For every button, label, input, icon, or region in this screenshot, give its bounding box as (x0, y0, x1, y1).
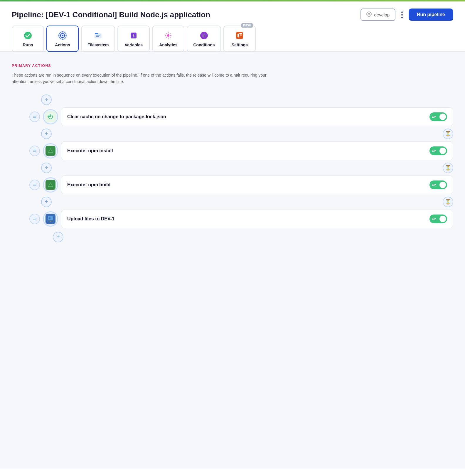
between-row-2: + ⏳ (29, 163, 453, 173)
svg-rect-32 (238, 33, 239, 38)
drag-handle-1[interactable] (29, 112, 40, 122)
timer-button-2[interactable]: ⏳ (443, 163, 453, 173)
tab-analytics[interactable]: Analytics (152, 26, 184, 52)
svg-point-1 (368, 13, 370, 15)
tab-settings[interactable]: PUSH Settings (223, 26, 256, 52)
svg-line-27 (166, 37, 167, 38)
add-action-button-0[interactable]: + (41, 94, 52, 105)
svg-text:IF: IF (203, 34, 205, 38)
svg-rect-30 (236, 32, 243, 39)
tabs-container: Runs Actions Filesystem $ Variables Anal… (0, 26, 465, 52)
tabs: Runs Actions Filesystem $ Variables Anal… (12, 26, 453, 51)
header: Pipeline: [DEV-1 Conditional] Build Node… (0, 1, 465, 26)
svg-rect-59 (49, 217, 50, 219)
tab-actions[interactable]: Actions (46, 26, 79, 52)
svg-text:$: $ (133, 34, 135, 38)
develop-button[interactable]: develop (360, 9, 395, 21)
header-actions: develop Run pipeline (360, 9, 453, 21)
action-row-2: Execute: npm install On (29, 141, 453, 160)
timer-button-1[interactable]: ⏳ (443, 129, 453, 139)
section-desc: These actions are run in sequence on eve… (12, 72, 276, 85)
svg-point-19 (167, 34, 169, 37)
drag-handle-4[interactable] (29, 214, 40, 224)
develop-label: develop (374, 12, 390, 17)
more-dot-1 (401, 11, 403, 13)
drag-handle-3[interactable] (29, 180, 40, 190)
pipeline-prefix: Pipeline: (12, 10, 43, 19)
filesystem-icon (93, 30, 103, 41)
tab-runs[interactable]: Runs (12, 26, 44, 52)
tab-settings-label: Settings (232, 43, 248, 47)
variables-icon: $ (128, 30, 139, 41)
tab-actions-label: Actions (55, 43, 70, 47)
drag-handle-2[interactable] (29, 146, 40, 156)
toggle-4[interactable]: On (429, 215, 447, 223)
tab-filesystem-label: Filesystem (87, 43, 109, 47)
svg-rect-34 (239, 33, 242, 34)
conditions-icon: IF (199, 30, 209, 41)
run-pipeline-button[interactable]: Run pipeline (409, 9, 453, 21)
main-content: PRIMARY ACTIONS These actions are run in… (0, 52, 465, 469)
action-row-4: Upload files to DEV-1 On (29, 210, 453, 228)
more-dot-2 (401, 14, 403, 16)
action-icon-3 (43, 177, 58, 193)
action-icon-1 (43, 109, 58, 124)
actions-list: + Clear cache on change to package-lock.… (12, 93, 453, 244)
section-title: PRIMARY ACTIONS (12, 64, 453, 68)
pipeline-title-text: Pipeline: [DEV-1 Conditional] Build Node… (12, 10, 210, 19)
toggle-3[interactable]: On (429, 180, 447, 189)
svg-point-40 (50, 116, 51, 117)
tab-runs-label: Runs (23, 43, 33, 47)
add-action-button-3[interactable]: + (41, 197, 52, 207)
svg-line-24 (166, 33, 167, 34)
timer-button-3[interactable]: ⏳ (443, 197, 453, 207)
more-dot-3 (401, 17, 403, 18)
action-card-3[interactable]: Execute: npm build On (61, 175, 453, 194)
add-btn-row-0: + (41, 94, 52, 105)
add-btn-row-final: + (41, 232, 63, 242)
add-action-button-1[interactable]: + (41, 129, 52, 139)
tab-filesystem[interactable]: Filesystem (81, 26, 115, 52)
action-card-1[interactable]: Clear cache on change to package-lock.js… (61, 107, 453, 126)
settings-icon (234, 30, 245, 41)
tab-variables[interactable]: $ Variables (117, 26, 150, 52)
svg-point-8 (62, 35, 63, 36)
action-icon-2 (43, 143, 58, 158)
develop-icon (366, 11, 372, 18)
svg-point-6 (24, 32, 32, 39)
tab-analytics-label: Analytics (159, 43, 177, 47)
between-row-3: + ⏳ (29, 197, 453, 207)
action-card-2[interactable]: Execute: npm install On (61, 141, 453, 160)
svg-line-25 (170, 37, 171, 38)
runs-icon (23, 30, 33, 41)
tab-conditions-label: Conditions (193, 43, 215, 47)
toggle-2[interactable]: On (429, 146, 447, 155)
action-name-3: Execute: npm build (67, 182, 111, 188)
tab-variables-label: Variables (125, 43, 143, 47)
action-name-4: Upload files to DEV-1 (67, 216, 114, 222)
settings-badge: PUSH (241, 23, 253, 28)
toggle-1[interactable]: On (429, 112, 447, 121)
pipeline-name: [DEV-1 Conditional] Build Node.js applic… (46, 10, 210, 19)
action-name-2: Execute: npm install (67, 148, 113, 153)
action-row-1: Clear cache on change to package-lock.js… (29, 107, 453, 126)
action-row-3: Execute: npm build On (29, 175, 453, 194)
svg-line-26 (170, 33, 171, 34)
between-row-1: + ⏳ (29, 129, 453, 139)
pipeline-title: Pipeline: [DEV-1 Conditional] Build Node… (12, 10, 210, 19)
analytics-icon (163, 30, 173, 41)
action-card-4[interactable]: Upload files to DEV-1 On (61, 210, 453, 228)
add-action-button-final[interactable]: + (53, 232, 63, 242)
more-options-button[interactable] (399, 10, 405, 19)
add-action-button-2[interactable]: + (41, 163, 52, 173)
actions-icon (57, 30, 68, 41)
action-name-1: Clear cache on change to package-lock.js… (67, 114, 166, 119)
svg-rect-14 (95, 33, 98, 34)
tab-conditions[interactable]: IF Conditions (187, 26, 221, 52)
action-icon-4 (43, 211, 58, 227)
